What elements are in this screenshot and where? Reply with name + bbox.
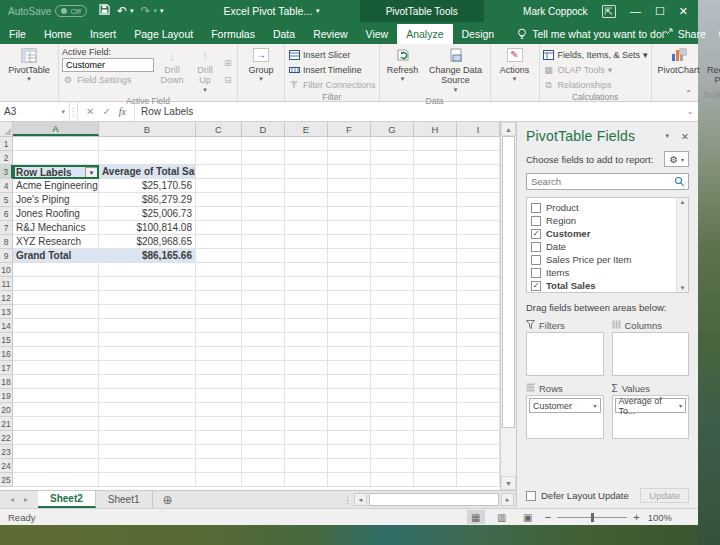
grid-cell[interactable]	[242, 361, 285, 375]
tab-file[interactable]: File	[0, 24, 35, 44]
cell-B8[interactable]: $208,968.65	[99, 235, 196, 249]
grid-cell[interactable]	[414, 305, 457, 319]
zoom-level[interactable]: 100%	[648, 512, 672, 523]
grid-cell[interactable]	[242, 207, 285, 221]
grid-cell[interactable]	[196, 249, 242, 263]
grid-cell[interactable]	[328, 431, 371, 445]
grid-cell[interactable]	[371, 221, 414, 235]
cell-A7[interactable]: R&J Mechanics	[13, 221, 99, 235]
grid-cell[interactable]	[457, 249, 500, 263]
fill-handle[interactable]	[96, 176, 99, 179]
cancel-icon[interactable]: ✕	[86, 106, 94, 117]
ribbon-display-options-icon[interactable]: ⇱	[602, 5, 616, 18]
grid-cell[interactable]	[196, 305, 242, 319]
grid-cell[interactable]	[457, 403, 500, 417]
row-header-16[interactable]: 16	[0, 347, 13, 361]
row-header-18[interactable]: 18	[0, 375, 13, 389]
values-chip-dropdown-icon[interactable]: ▾	[679, 402, 682, 409]
grid-cell[interactable]	[328, 207, 371, 221]
grid-cell[interactable]	[285, 417, 328, 431]
grid-cell[interactable]	[414, 431, 457, 445]
grid-cell[interactable]	[196, 263, 242, 277]
grid-cell[interactable]	[414, 375, 457, 389]
maximize-button[interactable]: ☐	[655, 5, 665, 18]
cell-B7[interactable]: $100,814.08	[99, 221, 196, 235]
grid-cell[interactable]	[242, 445, 285, 459]
grid-cell[interactable]	[457, 277, 500, 291]
grid-cell[interactable]	[328, 375, 371, 389]
grid-cell[interactable]	[457, 263, 500, 277]
grid-cell[interactable]	[285, 165, 328, 179]
customize-qat-icon[interactable]: ▾	[160, 7, 164, 15]
new-sheet-icon[interactable]: ⊕	[153, 491, 183, 508]
grid-cell[interactable]	[13, 361, 99, 375]
tab-view[interactable]: View	[357, 24, 398, 44]
grid-cell[interactable]	[371, 361, 414, 375]
grid-cell[interactable]	[242, 235, 285, 249]
grid-cell[interactable]	[285, 151, 328, 165]
grid-cell[interactable]	[13, 431, 99, 445]
tab-data[interactable]: Data	[264, 24, 304, 44]
grid-cell[interactable]	[457, 305, 500, 319]
grid-cell[interactable]	[371, 459, 414, 473]
grid-cell[interactable]	[328, 277, 371, 291]
grid-cell[interactable]	[285, 333, 328, 347]
grid-cell[interactable]	[13, 305, 99, 319]
grid-cell[interactable]	[285, 347, 328, 361]
grid-cell[interactable]	[328, 179, 371, 193]
filters-drop-area[interactable]	[526, 332, 604, 376]
cell-B4[interactable]: $25,170.56	[99, 179, 196, 193]
grid-cell[interactable]	[242, 473, 285, 487]
grid-cell[interactable]	[285, 179, 328, 193]
grid-cell[interactable]	[242, 333, 285, 347]
tab-analyze[interactable]: Analyze	[397, 24, 452, 44]
field-checkbox[interactable]: ✓	[531, 281, 541, 291]
grid-cell[interactable]	[414, 179, 457, 193]
normal-view-icon[interactable]: ▦	[467, 510, 485, 524]
grid-cell[interactable]	[285, 403, 328, 417]
row-header-1[interactable]: 1	[0, 137, 13, 151]
pane-close-icon[interactable]: ✕	[681, 131, 689, 142]
grid-cell[interactable]	[414, 319, 457, 333]
field-item-date[interactable]: Date	[531, 240, 676, 253]
grid-cell[interactable]	[196, 179, 242, 193]
cell-A5[interactable]: Joe's Piping	[13, 193, 99, 207]
grid-cell[interactable]	[285, 263, 328, 277]
sheet-nav-left-icon[interactable]: ◂	[10, 495, 14, 504]
grid-cell[interactable]	[99, 347, 196, 361]
grid-cell[interactable]	[328, 417, 371, 431]
grid-cell[interactable]	[414, 207, 457, 221]
grid-cell[interactable]	[328, 137, 371, 151]
grid-cell[interactable]	[414, 193, 457, 207]
grid-cell[interactable]	[328, 305, 371, 319]
grid-cell[interactable]	[285, 249, 328, 263]
row-header-4[interactable]: 4	[0, 179, 13, 193]
row-header-17[interactable]: 17	[0, 361, 13, 375]
grid-cell[interactable]	[371, 389, 414, 403]
grid-cell[interactable]	[457, 389, 500, 403]
field-list-scroll-up-icon[interactable]: ▲	[680, 199, 686, 205]
grid-cell[interactable]	[414, 277, 457, 291]
page-layout-view-icon[interactable]: ▥	[493, 510, 511, 524]
grid-cell[interactable]	[285, 445, 328, 459]
grid-cell[interactable]	[285, 291, 328, 305]
hscroll-left-icon[interactable]: ◂	[354, 493, 367, 506]
grid-cell[interactable]	[457, 221, 500, 235]
grid-cell[interactable]	[242, 319, 285, 333]
grid-cell[interactable]	[371, 249, 414, 263]
grid-cell[interactable]	[371, 473, 414, 487]
grid-cell[interactable]	[371, 207, 414, 221]
grid-cell[interactable]	[328, 151, 371, 165]
pivottable-button[interactable]: PivotTable ▾	[3, 46, 55, 90]
vertical-scroll-thumb[interactable]	[502, 136, 515, 428]
grid-cell[interactable]	[99, 333, 196, 347]
pane-options-dropdown-icon[interactable]: ▾	[666, 132, 670, 140]
row-header-11[interactable]: 11	[0, 277, 13, 291]
grid-cell[interactable]	[371, 403, 414, 417]
grid-cell[interactable]	[414, 137, 457, 151]
grid-cell[interactable]	[457, 235, 500, 249]
grid-cell[interactable]	[196, 361, 242, 375]
scroll-down-icon[interactable]: ▼	[501, 476, 516, 490]
grid-cell[interactable]	[414, 347, 457, 361]
grid-cell[interactable]	[414, 291, 457, 305]
